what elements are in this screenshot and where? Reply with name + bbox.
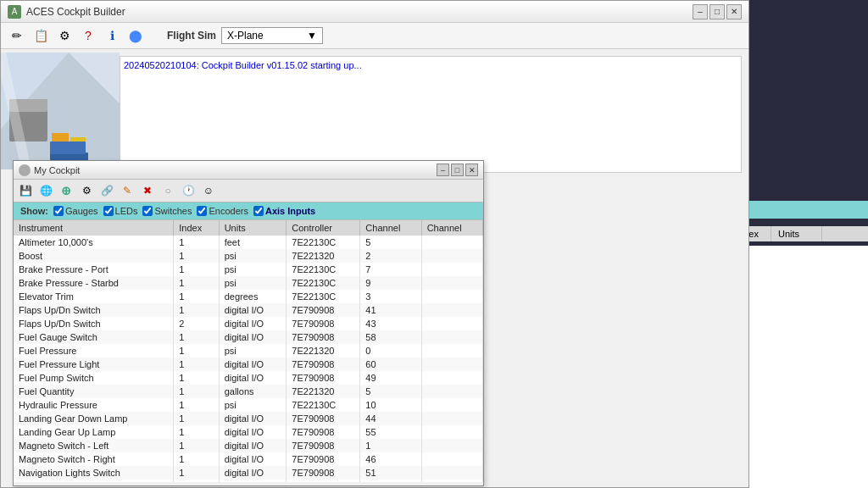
cell-channel1: 7 — [360, 263, 421, 276]
info-icon[interactable]: ℹ — [103, 26, 121, 45]
pencil-icon[interactable]: ✏ — [8, 26, 26, 45]
leds-checkbox[interactable] — [103, 206, 114, 216]
cell-controller: 7E790908 — [287, 425, 360, 439]
encoders-checkbox[interactable] — [197, 206, 207, 216]
flight-sim-dropdown[interactable]: X-Plane ▼ — [221, 27, 323, 44]
cell-units: digital I/O — [219, 439, 287, 452]
th-controller: Controller — [287, 220, 360, 236]
cell-units: digital I/O — [219, 371, 287, 385]
globe-icon[interactable]: 🌐 — [37, 182, 54, 199]
cell-index: 1 — [174, 480, 219, 482]
cell-channel2 — [421, 439, 482, 452]
cockpit-maximize-button[interactable]: □ — [451, 164, 464, 176]
smile-icon[interactable]: ☺ — [200, 182, 217, 199]
cell-index: 1 — [174, 425, 219, 439]
table-row[interactable]: Oil Pressure 1 psi 7E221320 1 — [14, 480, 483, 482]
cell-channel2 — [421, 249, 482, 263]
cell-controller: 7E790908 — [287, 452, 360, 466]
connector-icon[interactable]: 🔗 — [98, 182, 115, 199]
table-row[interactable]: Fuel Pump Switch 1 digital I/O 7E790908 … — [14, 371, 483, 385]
table-row[interactable]: Landing Gear Up Lamp 1 digital I/O 7E790… — [14, 425, 483, 439]
cell-units: psi — [219, 480, 287, 482]
cell-channel2 — [421, 263, 482, 276]
edit2-icon[interactable]: ✎ — [119, 182, 136, 199]
table-row[interactable]: Fuel Quantity 1 gallons 7E221320 5 — [14, 385, 483, 398]
cell-channel2 — [421, 425, 482, 439]
table-row[interactable]: Hydraulic Pressure 1 psi 7E22130C 10 — [14, 398, 483, 412]
delete-icon[interactable]: ✖ — [139, 182, 156, 199]
circle-icon[interactable]: ○ — [159, 182, 176, 199]
gear-icon[interactable]: ⚙ — [55, 26, 74, 45]
table-row[interactable]: Magneto Switch - Left 1 digital I/O 7E79… — [14, 439, 483, 452]
cell-channel1: 2 — [360, 249, 421, 263]
cell-channel1: 1 — [360, 439, 421, 452]
settings2-icon[interactable]: ⚙ — [78, 182, 95, 199]
table-row[interactable]: Fuel Pressure 1 psi 7E221320 0 — [14, 344, 483, 358]
table-row[interactable]: Boost 1 psi 7E221320 2 — [14, 249, 483, 263]
table-row[interactable]: Brake Pressure - Port 1 psi 7E22130C 7 — [14, 263, 483, 276]
cell-channel1: 41 — [360, 303, 421, 317]
cell-instrument: Magneto Switch - Right — [14, 452, 174, 466]
dropdown-arrow-icon: ▼ — [307, 30, 317, 42]
cell-controller: 7E22130C — [287, 276, 360, 290]
cell-instrument: Brake Pressure - Starbd — [14, 276, 174, 290]
minimize-button[interactable]: – — [693, 4, 708, 19]
table-row[interactable]: Navigation Lights Switch 1 digital I/O 7… — [14, 466, 483, 480]
help-icon[interactable]: ? — [79, 26, 97, 45]
axis-inputs-checkbox-wrapper: Axis Inputs — [253, 206, 315, 216]
close-button[interactable]: ✕ — [726, 4, 742, 19]
svg-rect-7 — [50, 141, 86, 154]
save-icon[interactable]: 💾 — [17, 182, 34, 199]
cell-units: feet — [219, 236, 287, 249]
axis-inputs-label: Axis Inputs — [265, 206, 315, 216]
table-row[interactable]: Brake Pressure - Starbd 1 psi 7E22130C 9 — [14, 276, 483, 290]
cockpit-close-button[interactable]: ✕ — [465, 164, 478, 176]
cockpit-win-controls: – □ ✕ — [437, 164, 478, 176]
gauges-checkbox[interactable] — [53, 206, 64, 216]
cell-units: digital I/O — [219, 303, 287, 317]
cell-channel2 — [421, 466, 482, 480]
table-row[interactable]: Flaps Up/Dn Switch 1 digital I/O 7E79090… — [14, 303, 483, 317]
cell-units: psi — [219, 249, 287, 263]
switches-checkbox[interactable] — [142, 206, 153, 216]
cell-channel1: 49 — [360, 371, 421, 385]
switches-checkbox-wrapper: Switches — [142, 206, 192, 216]
cockpit-title-icon — [19, 164, 31, 176]
flight-sim-value: X-Plane — [227, 30, 264, 42]
table-row[interactable]: Fuel Gauge Switch 1 digital I/O 7E790908… — [14, 330, 483, 344]
table-row[interactable]: Elevator Trim 1 degrees 7E22130C 3 — [14, 290, 483, 303]
cell-controller: 7E22130C — [287, 236, 360, 249]
encoders-label: Encoders — [209, 206, 248, 216]
cell-instrument: Landing Gear Up Lamp — [14, 425, 174, 439]
leds-label: LEDs — [115, 206, 138, 216]
cell-channel2 — [421, 452, 482, 466]
right-th-units2: Units — [771, 226, 822, 241]
file-icon[interactable]: 📋 — [31, 26, 50, 45]
cell-controller: 7E221320 — [287, 249, 360, 263]
instrument-table-container[interactable]: Instrument Index Units Controller Channe… — [14, 219, 483, 482]
cell-controller: 7E22130C — [287, 398, 360, 412]
table-row[interactable]: Landing Gear Down Lamp 1 digital I/O 7E7… — [14, 412, 483, 425]
table-row[interactable]: Magneto Switch - Right 1 digital I/O 7E7… — [14, 452, 483, 466]
cockpit-minimize-button[interactable]: – — [437, 164, 449, 176]
table-row[interactable]: Fuel Pressure Light 1 digital I/O 7E7909… — [14, 358, 483, 371]
table-row[interactable]: Flaps Up/Dn Switch 2 digital I/O 7E79090… — [14, 317, 483, 330]
aces-window: A ACES Cockpit Builder – □ ✕ ✏ 📋 ⚙ ? ℹ ⬤… — [0, 0, 749, 488]
cell-index: 1 — [174, 303, 219, 317]
cell-channel2 — [421, 330, 482, 344]
add-icon[interactable]: ⊕ — [58, 182, 75, 199]
cockpit-title-text: My Cockpit — [34, 165, 437, 175]
cell-units: digital I/O — [219, 317, 287, 330]
table-header-row: Instrument Index Units Controller Channe… — [14, 220, 483, 236]
maximize-button[interactable]: □ — [709, 4, 725, 19]
cell-units: gallons — [219, 385, 287, 398]
th-channel2: Channel — [421, 220, 482, 236]
table-row[interactable]: Altimeter 10,000's 1 feet 7E22130C 5 — [14, 236, 483, 249]
clock-icon[interactable]: 🕐 — [180, 182, 197, 199]
axis-inputs-checkbox[interactable] — [253, 206, 264, 216]
cockpit-titlebar: My Cockpit – □ ✕ — [14, 161, 483, 180]
flight-sim-section: Flight Sim X-Plane ▼ — [167, 27, 323, 44]
show-label: Show: — [20, 206, 48, 216]
cell-units: digital I/O — [219, 358, 287, 371]
blue-circle-icon[interactable]: ⬤ — [126, 26, 145, 45]
